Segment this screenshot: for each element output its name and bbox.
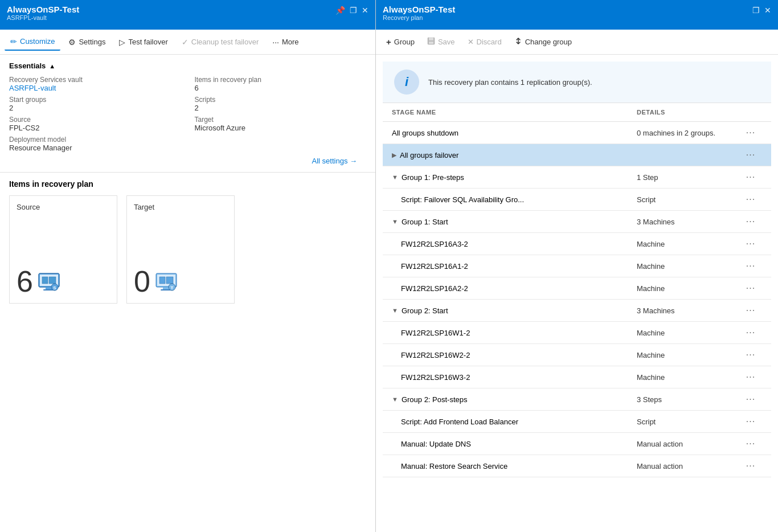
row-stage-failover: ▶ All groups failover	[392, 151, 637, 159]
row-more-frontend[interactable]: ···	[739, 416, 762, 427]
group-button[interactable]: + Group	[380, 34, 420, 50]
left-panel: AlwaysOnSP-Test ASRFPL-vault 📌 ❐ ✕ ✏ Cus…	[0, 0, 376, 532]
row-all-groups-failover: ▶ All groups failover ···	[383, 144, 771, 166]
stage-name-header: STAGE NAME	[392, 109, 637, 116]
right-app-title: AlwaysOnSP-Test	[383, 5, 455, 14]
settings-button[interactable]: ⚙ Settings	[63, 34, 111, 50]
row-details-sql: Script	[637, 195, 739, 204]
left-toolbar: ✏ Customize ⚙ Settings ▷ Test failover ✓…	[0, 30, 375, 55]
collapse-arrow-group2start[interactable]: ▼	[392, 307, 398, 314]
row-more-search[interactable]: ···	[739, 461, 762, 471]
customize-button[interactable]: ✏ Customize	[5, 34, 60, 51]
row-more-presteps[interactable]: ···	[739, 172, 762, 182]
row-details-fw16w3: Machine	[637, 373, 739, 382]
row-more-fw16a2[interactable]: ···	[739, 283, 762, 293]
svg-rect-16	[429, 38, 433, 40]
ess-scripts-label: Scripts	[195, 96, 367, 104]
row-stage-fw16w2: FW12R2LSP16W2-2	[401, 351, 637, 359]
row-more-group2start[interactable]: ···	[739, 305, 762, 316]
right-maximize-icon[interactable]: ❐	[752, 6, 760, 15]
row-more-fw16w1[interactable]: ···	[739, 328, 762, 338]
collapse-arrow-poststeps[interactable]: ▼	[392, 396, 398, 403]
collapse-arrow-group1start[interactable]: ▼	[392, 218, 398, 225]
right-panel: AlwaysOnSP-Test Recovery plan ❐ ✕ + Grou…	[376, 0, 778, 532]
change-group-button[interactable]: Change group	[509, 34, 578, 50]
collapse-arrow-presteps[interactable]: ▼	[392, 174, 398, 181]
pin-icon[interactable]: 📌	[335, 6, 345, 15]
items-section-title: Items in recovery plan	[9, 179, 366, 189]
row-fw16a3: FW12R2LSP16A3-2 Machine ···	[383, 233, 771, 255]
row-label-search: Manual: Restore Search Service	[401, 462, 507, 470]
more-label: More	[282, 38, 299, 46]
all-settings-link[interactable]: All settings →	[9, 152, 366, 167]
row-more-poststeps[interactable]: ···	[739, 394, 762, 404]
discard-button: ✕ Discard	[462, 34, 507, 50]
source-card-content: 6 S	[17, 267, 110, 296]
row-label-fw16w2: FW12R2LSP16W2-2	[401, 351, 470, 359]
maximize-icon[interactable]: ❐	[350, 6, 357, 15]
ess-start-groups-value: 2	[9, 104, 181, 112]
more-button[interactable]: ··· More	[267, 34, 304, 50]
row-more-failover[interactable]: ···	[739, 150, 762, 160]
cleanup-label: Cleanup test failover	[191, 38, 259, 46]
row-label-shutdown: All groups shutdown	[392, 129, 458, 137]
row-stage-shutdown: All groups shutdown	[392, 129, 637, 137]
row-details-dns: Manual action	[637, 440, 739, 448]
row-label-poststeps: Group 2: Post-steps	[402, 395, 468, 404]
row-more-fw16a1[interactable]: ···	[739, 261, 762, 271]
row-label-fw16w1: FW12R2LSP16W1-2	[401, 329, 470, 337]
ess-target: Target Microsoft Azure	[195, 116, 367, 132]
right-close-icon[interactable]: ✕	[764, 6, 771, 15]
row-group1-presteps: ▼ Group 1: Pre-steps 1 Step ···	[383, 166, 771, 189]
ess-vault-value[interactable]: ASRFPL-vault	[9, 84, 181, 92]
ess-scripts: Scripts 2	[195, 96, 367, 112]
row-label-group1start: Group 1: Start	[402, 218, 448, 226]
row-details-group2start: 3 Machines	[637, 306, 739, 315]
left-app-title: AlwaysOnSP-Test	[7, 5, 79, 14]
essentials-collapse-icon[interactable]: ▲	[49, 63, 55, 69]
essentials-title: Essentials	[9, 62, 46, 70]
row-label-fw16a2: FW12R2LSP16A2-2	[401, 284, 468, 293]
ess-scripts-value: 2	[195, 104, 367, 112]
row-stage-group1start: ▼ Group 1: Start	[392, 218, 637, 226]
row-stage-fw16w3: FW12R2LSP16W3-2	[401, 373, 637, 382]
row-stage-group2start: ▼ Group 2: Start	[392, 306, 637, 315]
row-more-fw16w3[interactable]: ···	[739, 372, 762, 382]
info-icon: i	[405, 75, 408, 89]
items-section: Items in recovery plan Source 6	[0, 173, 375, 532]
row-stage-poststeps: ▼ Group 2: Post-steps	[392, 395, 637, 404]
row-stage-sql: Script: Failover SQL Availability Gro...	[401, 195, 637, 204]
ess-source-value: FPL-CS2	[9, 124, 181, 132]
row-label-fw16w3: FW12R2LSP16W3-2	[401, 373, 470, 382]
discard-icon: ✕	[468, 38, 474, 46]
row-fw16w3: FW12R2LSP16W3-2 Machine ···	[383, 366, 771, 388]
row-more-fw16a3[interactable]: ···	[739, 239, 762, 249]
ess-deployment-value: Resource Manager	[9, 144, 181, 152]
ess-vault: Recovery Services vault ASRFPL-vault	[9, 76, 181, 92]
ess-target-label: Target	[195, 116, 367, 124]
save-label: Save	[438, 38, 455, 46]
row-more-dns[interactable]: ···	[739, 439, 762, 449]
source-computer-icon: S	[38, 271, 60, 294]
change-group-label: Change group	[525, 38, 572, 46]
row-details-fw16w1: Machine	[637, 329, 739, 337]
row-more-fw16w2[interactable]: ···	[739, 350, 762, 360]
row-more-sql[interactable]: ···	[739, 194, 762, 204]
source-card-label: Source	[17, 203, 110, 211]
row-more-shutdown[interactable]: ···	[739, 128, 762, 138]
svg-rect-17	[429, 42, 433, 44]
test-failover-button[interactable]: ▷ Test failover	[113, 34, 173, 50]
row-label-dns: Manual: Update DNS	[401, 440, 471, 448]
expand-arrow-failover[interactable]: ▶	[392, 152, 396, 159]
close-icon[interactable]: ✕	[362, 6, 368, 15]
test-failover-label: Test failover	[128, 38, 167, 46]
right-window-controls: ❐ ✕	[752, 5, 771, 15]
row-more-group1start[interactable]: ···	[739, 216, 762, 227]
ess-items-label: Items in recovery plan	[195, 76, 367, 84]
ess-source: Source FPL-CS2	[9, 116, 181, 132]
row-stage-fw16a3: FW12R2LSP16A3-2	[401, 240, 637, 248]
row-stage-frontend: Script: Add Frontend Load Balancer	[401, 418, 637, 426]
ess-items-value: 6	[195, 84, 367, 92]
row-script-sql: Script: Failover SQL Availability Gro...…	[383, 189, 771, 211]
row-details-search: Manual action	[637, 462, 739, 470]
